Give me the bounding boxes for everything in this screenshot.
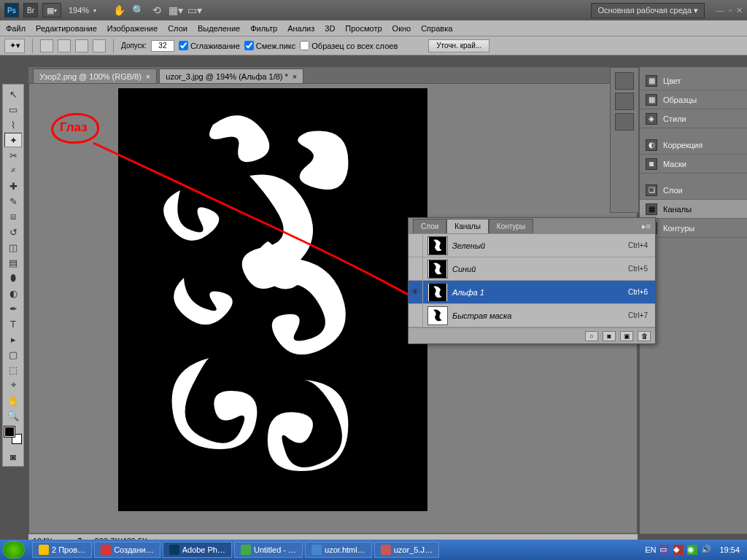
delete-channel-icon[interactable]: 🗑 [638, 331, 651, 341]
history-brush-tool-icon[interactable]: ↺ [4, 225, 22, 239]
menu-layers[interactable]: Слои [168, 24, 187, 33]
workspace-switcher[interactable]: Основная рабочая среда ▾ [591, 3, 705, 18]
panel-color[interactable]: ▦Цвет [640, 71, 747, 90]
menu-image[interactable]: Изображение [107, 24, 158, 33]
hand-tool-icon[interactable]: ✋ [4, 393, 22, 408]
magic-wand-tool-icon[interactable]: ✦ [4, 133, 22, 147]
menu-help[interactable]: Справка [421, 24, 452, 33]
eyedropper-tool-icon[interactable]: 𝄎 [4, 163, 22, 178]
dodge-tool-icon[interactable]: ◐ [4, 286, 22, 300]
start-button[interactable] [3, 541, 25, 559]
close-icon[interactable]: × [146, 72, 150, 81]
taskbar-item[interactable]: 2 Пров… [32, 542, 92, 558]
new-channel-icon[interactable]: ▣ [620, 331, 633, 341]
photoshop-icon[interactable]: Ps [4, 3, 19, 18]
lasso-tool-icon[interactable]: ⌇ [4, 117, 22, 132]
channel-row[interactable]: Синий Ctrl+5 [409, 257, 655, 281]
arrange-icon[interactable]: ▦▾ [169, 4, 182, 17]
type-tool-icon[interactable]: T [4, 316, 22, 331]
clock[interactable]: 19:54 [715, 545, 744, 554]
3d-tool-icon[interactable]: ⬚ [4, 362, 22, 377]
blur-tool-icon[interactable]: ⬮ [4, 271, 22, 285]
document-canvas[interactable] [118, 88, 427, 511]
visibility-toggle[interactable] [409, 234, 423, 257]
rotate-icon[interactable]: ⟲ [150, 4, 163, 17]
eraser-tool-icon[interactable]: ◫ [4, 240, 22, 254]
menu-filter[interactable]: Фильтр [250, 24, 277, 33]
refine-edge-button[interactable]: Уточн. край... [428, 39, 489, 52]
pen-tool-icon[interactable]: ✒ [4, 301, 22, 316]
tray-icon[interactable]: 🔊 [701, 545, 711, 555]
magic-wand-icon[interactable]: ✦▾ [4, 39, 25, 53]
gradient-tool-icon[interactable]: ▤ [4, 255, 22, 270]
minimize-button[interactable]: — [716, 6, 724, 15]
crop-tool-icon[interactable]: ✂ [4, 148, 22, 163]
panel-layers[interactable]: ❏Слои [640, 181, 747, 200]
tray-icon[interactable]: ◉ [687, 545, 697, 555]
channel-row[interactable]: 👁 Альфа 1 Ctrl+6 [409, 281, 655, 304]
menu-file[interactable]: Файл [6, 24, 26, 33]
3d-camera-tool-icon[interactable]: ⌖ [4, 378, 22, 392]
visibility-toggle[interactable]: 👁 [409, 281, 423, 304]
taskbar-item[interactable]: uzor.html… [305, 542, 372, 558]
tolerance-input[interactable] [151, 40, 174, 52]
tab-layers[interactable]: Слои [413, 219, 446, 233]
shape-tool-icon[interactable]: ▢ [4, 347, 22, 362]
zoom-icon[interactable]: 🔍 [131, 4, 144, 17]
selection-intersect-icon[interactable] [93, 39, 106, 52]
foreground-color[interactable] [4, 427, 15, 437]
panel-masks[interactable]: ◙Маски [640, 155, 747, 174]
maximize-button[interactable]: ▫ [729, 6, 732, 15]
all-layers-checkbox[interactable]: Образец со всех слоев [300, 41, 398, 50]
taskbar-item[interactable]: Создани… [94, 542, 160, 558]
tray-icon[interactable]: ◆ [673, 545, 684, 555]
tray-icon[interactable]: ▭ [659, 545, 670, 555]
brush-tool-icon[interactable]: ✎ [4, 194, 22, 209]
marquee-tool-icon[interactable]: ▭ [4, 102, 22, 117]
healing-tool-icon[interactable]: ✚ [4, 179, 22, 193]
taskbar-item[interactable]: uzor_5.J… [374, 542, 439, 558]
channel-row[interactable]: Быстрая маска Ctrl+7 [409, 304, 655, 327]
quick-mask-icon[interactable]: ◙ [4, 449, 22, 464]
load-selection-icon[interactable]: ○ [585, 331, 598, 341]
menu-analysis[interactable]: Анализ [287, 24, 314, 33]
panel-menu-icon[interactable]: ▸≡ [638, 222, 655, 231]
close-button[interactable]: ✕ [736, 6, 743, 15]
panel-swatches[interactable]: ▦Образцы [640, 90, 747, 109]
panel-styles[interactable]: ◈Стили [640, 109, 747, 128]
language-indicator[interactable]: EN [645, 545, 656, 554]
panel-paths[interactable]: ⟋Контуры [640, 219, 747, 238]
close-icon[interactable]: × [293, 72, 297, 81]
contiguous-checkbox[interactable]: Смеж.пикс [244, 41, 295, 50]
zoom-level[interactable]: 194% [69, 6, 89, 15]
channel-row[interactable]: Зеленый Ctrl+4 [409, 234, 655, 257]
strip-icon[interactable] [615, 113, 634, 131]
menu-view[interactable]: Просмотр [345, 24, 382, 33]
doc-tab[interactable]: uzor_3.jpg @ 194% (Альфа 1/8) *× [159, 69, 303, 83]
menu-select[interactable]: Выделение [198, 24, 240, 33]
antialias-checkbox[interactable]: Сглаживание [179, 41, 240, 50]
taskbar-item[interactable]: Untitled - … [234, 542, 303, 558]
zoom-tool-icon[interactable]: 🔍 [4, 408, 22, 423]
bridge-icon[interactable]: Br [23, 3, 38, 18]
menu-edit[interactable]: Редактирование [36, 24, 97, 33]
selection-add-icon[interactable] [58, 39, 71, 52]
panel-channels[interactable]: ▦Каналы [640, 200, 747, 219]
save-selection-icon[interactable]: ◙ [603, 331, 616, 341]
menu-3d[interactable]: 3D [325, 24, 335, 33]
visibility-toggle[interactable] [409, 257, 423, 281]
doc-tab[interactable]: Узор2.png @ 100% (RGB/8)× [33, 69, 157, 83]
selection-new-icon[interactable] [40, 39, 53, 52]
selection-subtract-icon[interactable] [75, 39, 88, 52]
strip-icon[interactable] [615, 93, 634, 110]
visibility-toggle[interactable] [409, 304, 423, 327]
panel-adjustments[interactable]: ◐Коррекция [640, 136, 747, 155]
tab-channels[interactable]: Каналы [446, 219, 489, 233]
path-select-tool-icon[interactable]: ▸ [4, 332, 22, 346]
stamp-tool-icon[interactable]: ⧇ [4, 209, 22, 224]
tab-paths[interactable]: Контуры [489, 219, 533, 233]
menu-window[interactable]: Окно [392, 24, 411, 33]
color-swatch[interactable] [4, 427, 22, 444]
taskbar-item[interactable]: Adobe Ph… [163, 542, 232, 558]
strip-icon[interactable] [615, 72, 634, 90]
